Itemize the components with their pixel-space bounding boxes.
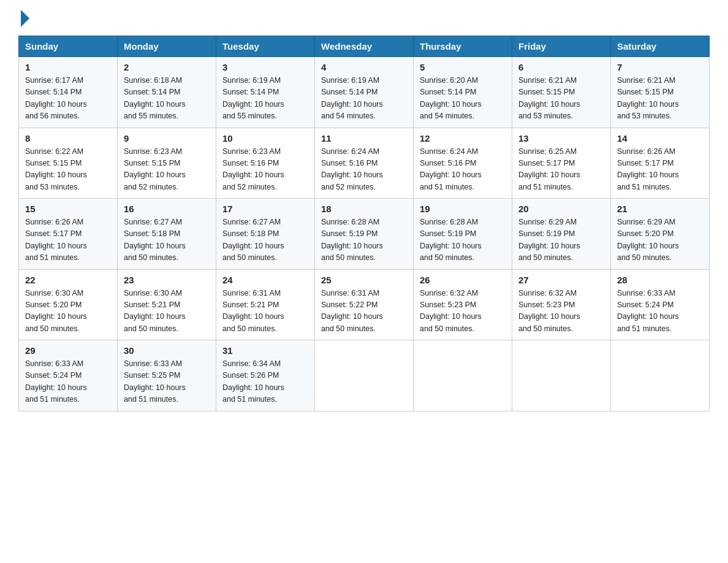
calendar-week-row: 29 Sunrise: 6:33 AMSunset: 5:24 PMDaylig… (19, 340, 710, 412)
day-info: Sunrise: 6:24 AMSunset: 5:16 PMDaylight:… (420, 147, 482, 191)
day-info: Sunrise: 6:33 AMSunset: 5:24 PMDaylight:… (25, 359, 87, 404)
day-info: Sunrise: 6:23 AMSunset: 5:15 PMDaylight:… (124, 147, 186, 191)
day-number: 8 (25, 133, 111, 144)
day-info: Sunrise: 6:22 AMSunset: 5:15 PMDaylight:… (25, 147, 87, 191)
day-number: 21 (617, 204, 703, 214)
calendar-body: 1 Sunrise: 6:17 AMSunset: 5:14 PMDayligh… (19, 57, 710, 412)
calendar-cell: 18 Sunrise: 6:28 AMSunset: 5:19 PMDaylig… (315, 199, 414, 270)
calendar-cell: 23 Sunrise: 6:30 AMSunset: 5:21 PMDaylig… (118, 269, 216, 340)
day-info: Sunrise: 6:21 AMSunset: 5:15 PMDaylight:… (617, 76, 679, 120)
header-cell-friday: Friday (512, 36, 611, 57)
calendar-cell: 28 Sunrise: 6:33 AMSunset: 5:24 PMDaylig… (611, 269, 710, 340)
day-number: 18 (321, 204, 407, 214)
day-number: 22 (25, 275, 111, 285)
day-info: Sunrise: 6:28 AMSunset: 5:19 PMDaylight:… (321, 218, 383, 262)
day-info: Sunrise: 6:17 AMSunset: 5:14 PMDaylight:… (25, 76, 87, 120)
day-number: 9 (124, 133, 210, 144)
calendar-cell: 17 Sunrise: 6:27 AMSunset: 5:18 PMDaylig… (216, 199, 315, 270)
calendar-cell: 25 Sunrise: 6:31 AMSunset: 5:22 PMDaylig… (315, 269, 414, 340)
calendar-cell: 16 Sunrise: 6:27 AMSunset: 5:18 PMDaylig… (118, 199, 216, 270)
calendar-table: SundayMondayTuesdayWednesdayThursdayFrid… (18, 36, 710, 412)
day-number: 26 (420, 275, 506, 285)
day-info: Sunrise: 6:29 AMSunset: 5:20 PMDaylight:… (617, 218, 679, 262)
calendar-cell: 27 Sunrise: 6:32 AMSunset: 5:23 PMDaylig… (512, 269, 611, 340)
day-info: Sunrise: 6:21 AMSunset: 5:15 PMDaylight:… (518, 76, 580, 120)
calendar-cell: 14 Sunrise: 6:26 AMSunset: 5:17 PMDaylig… (611, 128, 710, 199)
day-info: Sunrise: 6:30 AMSunset: 5:21 PMDaylight:… (124, 289, 186, 333)
day-number: 31 (222, 345, 308, 356)
day-number: 30 (124, 345, 210, 356)
calendar-cell (315, 340, 414, 412)
calendar-cell: 1 Sunrise: 6:17 AMSunset: 5:14 PMDayligh… (19, 57, 118, 128)
calendar-cell: 4 Sunrise: 6:19 AMSunset: 5:14 PMDayligh… (315, 57, 414, 128)
calendar-week-row: 22 Sunrise: 6:30 AMSunset: 5:20 PMDaylig… (19, 269, 710, 340)
logo (18, 12, 29, 25)
day-info: Sunrise: 6:32 AMSunset: 5:23 PMDaylight:… (518, 289, 580, 333)
day-info: Sunrise: 6:24 AMSunset: 5:16 PMDaylight:… (321, 147, 383, 191)
calendar-cell: 6 Sunrise: 6:21 AMSunset: 5:15 PMDayligh… (512, 57, 611, 128)
day-number: 29 (25, 345, 111, 356)
calendar-cell: 29 Sunrise: 6:33 AMSunset: 5:24 PMDaylig… (19, 340, 118, 412)
day-number: 13 (518, 133, 604, 144)
day-info: Sunrise: 6:20 AMSunset: 5:14 PMDaylight:… (420, 76, 482, 120)
day-number: 19 (420, 204, 506, 214)
header-cell-saturday: Saturday (611, 36, 710, 57)
day-number: 3 (222, 62, 308, 72)
calendar-cell: 19 Sunrise: 6:28 AMSunset: 5:19 PMDaylig… (414, 199, 512, 270)
day-info: Sunrise: 6:29 AMSunset: 5:19 PMDaylight:… (518, 218, 580, 262)
calendar-header: SundayMondayTuesdayWednesdayThursdayFrid… (19, 36, 710, 57)
page-header (18, 12, 710, 25)
day-number: 16 (124, 204, 210, 214)
header-cell-sunday: Sunday (19, 36, 118, 57)
calendar-cell: 24 Sunrise: 6:31 AMSunset: 5:21 PMDaylig… (216, 269, 315, 340)
day-number: 28 (617, 275, 703, 285)
calendar-cell: 15 Sunrise: 6:26 AMSunset: 5:17 PMDaylig… (19, 199, 118, 270)
day-number: 24 (222, 275, 308, 285)
day-info: Sunrise: 6:32 AMSunset: 5:23 PMDaylight:… (420, 289, 482, 333)
header-cell-thursday: Thursday (414, 36, 512, 57)
day-info: Sunrise: 6:33 AMSunset: 5:25 PMDaylight:… (124, 359, 186, 404)
calendar-cell: 2 Sunrise: 6:18 AMSunset: 5:14 PMDayligh… (118, 57, 216, 128)
day-info: Sunrise: 6:27 AMSunset: 5:18 PMDaylight:… (124, 218, 186, 262)
calendar-cell (512, 340, 611, 412)
calendar-cell: 9 Sunrise: 6:23 AMSunset: 5:15 PMDayligh… (118, 128, 216, 199)
day-number: 10 (222, 133, 308, 144)
calendar-cell: 30 Sunrise: 6:33 AMSunset: 5:25 PMDaylig… (118, 340, 216, 412)
calendar-cell (414, 340, 512, 412)
day-info: Sunrise: 6:31 AMSunset: 5:21 PMDaylight:… (222, 289, 284, 333)
calendar-cell: 10 Sunrise: 6:23 AMSunset: 5:16 PMDaylig… (216, 128, 315, 199)
day-number: 1 (25, 62, 111, 72)
day-number: 7 (617, 62, 703, 72)
day-info: Sunrise: 6:30 AMSunset: 5:20 PMDaylight:… (25, 289, 87, 333)
calendar-cell: 5 Sunrise: 6:20 AMSunset: 5:14 PMDayligh… (414, 57, 512, 128)
day-number: 6 (518, 62, 604, 72)
calendar-cell: 26 Sunrise: 6:32 AMSunset: 5:23 PMDaylig… (414, 269, 512, 340)
day-info: Sunrise: 6:18 AMSunset: 5:14 PMDaylight:… (124, 76, 186, 120)
day-info: Sunrise: 6:31 AMSunset: 5:22 PMDaylight:… (321, 289, 383, 333)
day-info: Sunrise: 6:28 AMSunset: 5:19 PMDaylight:… (420, 218, 482, 262)
calendar-week-row: 1 Sunrise: 6:17 AMSunset: 5:14 PMDayligh… (19, 57, 710, 128)
day-info: Sunrise: 6:19 AMSunset: 5:14 PMDaylight:… (222, 76, 284, 120)
day-number: 17 (222, 204, 308, 214)
day-info: Sunrise: 6:26 AMSunset: 5:17 PMDaylight:… (25, 218, 87, 262)
calendar-cell: 20 Sunrise: 6:29 AMSunset: 5:19 PMDaylig… (512, 199, 611, 270)
calendar-cell: 3 Sunrise: 6:19 AMSunset: 5:14 PMDayligh… (216, 57, 315, 128)
day-info: Sunrise: 6:27 AMSunset: 5:18 PMDaylight:… (222, 218, 284, 262)
calendar-cell: 12 Sunrise: 6:24 AMSunset: 5:16 PMDaylig… (414, 128, 512, 199)
calendar-cell: 21 Sunrise: 6:29 AMSunset: 5:20 PMDaylig… (611, 199, 710, 270)
day-number: 15 (25, 204, 111, 214)
day-info: Sunrise: 6:26 AMSunset: 5:17 PMDaylight:… (617, 147, 679, 191)
day-number: 23 (124, 275, 210, 285)
calendar-cell (611, 340, 710, 412)
day-info: Sunrise: 6:33 AMSunset: 5:24 PMDaylight:… (617, 289, 679, 333)
calendar-week-row: 15 Sunrise: 6:26 AMSunset: 5:17 PMDaylig… (19, 199, 710, 270)
day-info: Sunrise: 6:34 AMSunset: 5:26 PMDaylight:… (222, 359, 284, 404)
day-number: 5 (420, 62, 506, 72)
calendar-cell: 11 Sunrise: 6:24 AMSunset: 5:16 PMDaylig… (315, 128, 414, 199)
day-number: 20 (518, 204, 604, 214)
calendar-cell: 13 Sunrise: 6:25 AMSunset: 5:17 PMDaylig… (512, 128, 611, 199)
header-cell-tuesday: Tuesday (216, 36, 315, 57)
calendar-cell: 8 Sunrise: 6:22 AMSunset: 5:15 PMDayligh… (19, 128, 118, 199)
day-info: Sunrise: 6:19 AMSunset: 5:14 PMDaylight:… (321, 76, 383, 120)
logo-arrow-icon (21, 10, 29, 27)
